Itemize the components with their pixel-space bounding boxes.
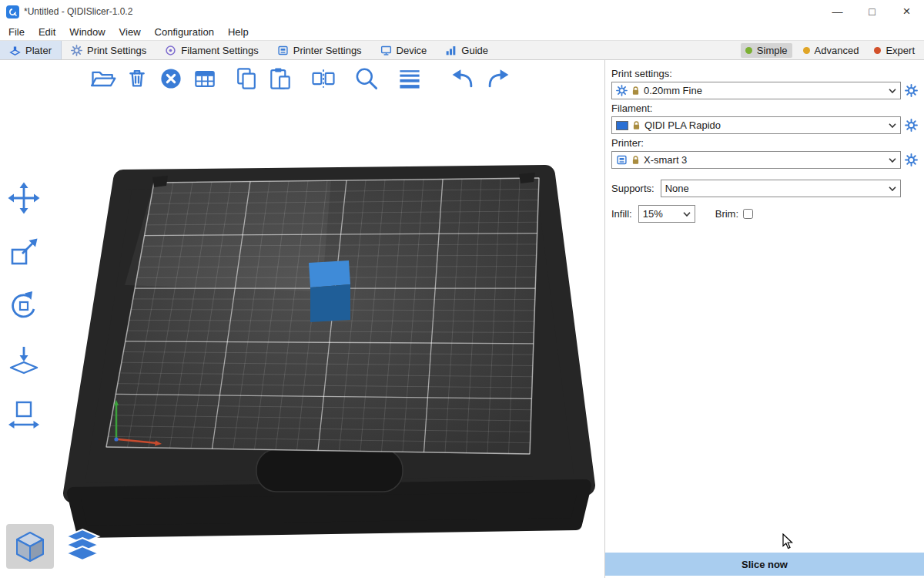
- slice-now-button[interactable]: Slice now: [605, 553, 924, 576]
- menu-view[interactable]: View: [112, 26, 148, 38]
- chevron-down-icon: [683, 212, 691, 217]
- brim-label: Brim:: [715, 208, 738, 220]
- filament-combo[interactable]: QIDI PLA Rapido: [611, 116, 901, 134]
- arrange-button[interactable]: [191, 65, 219, 92]
- infill-value: 15%: [643, 208, 663, 220]
- filament-label: Filament:: [611, 102, 918, 114]
- open-file-button[interactable]: [89, 65, 117, 92]
- window-title: *Untitled - QIDISlicer-1.0.2: [24, 6, 132, 17]
- filament-value: QIDI PLA Rapido: [644, 119, 721, 131]
- split-objects-button[interactable]: [310, 65, 337, 92]
- paste-button[interactable]: [266, 65, 294, 92]
- gizmo-toolbar: [6, 180, 42, 432]
- tab-label: Filament Settings: [181, 45, 258, 56]
- brim-checkbox[interactable]: [743, 209, 753, 219]
- variable-layer-height-button[interactable]: [396, 65, 424, 92]
- tab-printer-settings[interactable]: Printer Settings: [268, 41, 371, 59]
- rotate-tool-button[interactable]: [6, 288, 42, 324]
- print-settings-label: Print settings:: [611, 68, 918, 79]
- copy-button[interactable]: [233, 65, 260, 92]
- mode-advanced[interactable]: Advanced: [798, 43, 864, 58]
- infill-combo[interactable]: 15%: [638, 205, 695, 223]
- settings-sidebar: Print settings: 0.20mm Fine Filament: QI…: [604, 60, 924, 578]
- menu-help[interactable]: Help: [221, 26, 256, 38]
- advanced-mode-dot-icon: [803, 47, 810, 54]
- printer-label: Printer:: [611, 137, 918, 149]
- model-object-cube[interactable]: [309, 260, 350, 322]
- expert-mode-dot-icon: [874, 47, 881, 54]
- simple-mode-dot-icon: [745, 47, 752, 54]
- chevron-down-icon: [889, 123, 896, 128]
- 3d-viewport[interactable]: [0, 60, 604, 578]
- redo-button[interactable]: [484, 65, 511, 92]
- chevron-down-icon: [889, 187, 896, 191]
- mode-label: Expert: [886, 45, 915, 56]
- app-window: *Untitled - QIDISlicer-1.0.2 — □ × File …: [0, 0, 924, 578]
- menu-bar: File Edit Window View Configuration Help: [0, 23, 924, 40]
- tab-label: Guide: [461, 45, 488, 56]
- lock-icon: [632, 120, 641, 130]
- bed-clip-right: [519, 173, 535, 183]
- move-tool-button[interactable]: [6, 180, 42, 216]
- supports-label: Supports:: [611, 183, 654, 194]
- tab-guide[interactable]: Guide: [436, 41, 497, 59]
- lock-icon: [631, 155, 640, 165]
- filament-gear-button[interactable]: [901, 119, 918, 132]
- tab-filament-settings[interactable]: Filament Settings: [156, 41, 267, 59]
- print-settings-gear-button[interactable]: [901, 84, 918, 97]
- tab-plater[interactable]: Plater: [0, 41, 62, 59]
- app-logo-icon: [6, 5, 19, 18]
- delete-button[interactable]: [123, 65, 151, 92]
- preview-view-button[interactable]: [59, 524, 106, 569]
- printer-icon: [616, 154, 628, 166]
- supports-value: None: [665, 183, 689, 194]
- bed-clip-left: [152, 176, 168, 187]
- mode-expert[interactable]: Expert: [869, 43, 919, 58]
- lock-icon: [631, 86, 640, 96]
- title-bar: *Untitled - QIDISlicer-1.0.2 — □ ×: [0, 0, 924, 23]
- chevron-down-icon: [889, 89, 896, 93]
- minimize-button[interactable]: —: [820, 0, 855, 23]
- print-profile-gear-icon: [616, 85, 628, 96]
- undo-button[interactable]: [450, 65, 477, 92]
- mode-label: Simple: [757, 45, 788, 56]
- printer-value: X-smart 3: [644, 154, 687, 166]
- tab-label: Printer Settings: [293, 45, 362, 56]
- maximize-button[interactable]: □: [855, 0, 889, 23]
- search-button[interactable]: [353, 65, 380, 92]
- menu-edit[interactable]: Edit: [32, 26, 62, 38]
- mode-switcher: Simple Advanced Expert: [741, 41, 924, 59]
- tab-device[interactable]: Device: [371, 41, 437, 59]
- menu-window[interactable]: Window: [62, 26, 112, 38]
- mirror-tool-button[interactable]: [6, 396, 42, 432]
- mouse-cursor-icon: [782, 533, 793, 550]
- print-settings-combo[interactable]: 0.20mm Fine: [611, 82, 901, 99]
- plater-toolbar: [89, 65, 511, 92]
- tab-bar: Plater Print Settings Filament Settings …: [0, 40, 924, 60]
- 3d-scene[interactable]: [0, 60, 604, 578]
- chevron-down-icon: [889, 158, 896, 163]
- tab-label: Plater: [25, 45, 52, 56]
- view-switcher: [6, 524, 106, 569]
- scale-tool-button[interactable]: [6, 234, 42, 270]
- place-on-face-tool-button[interactable]: [6, 342, 42, 378]
- editor-view-button[interactable]: [6, 524, 54, 569]
- mode-simple[interactable]: Simple: [741, 43, 792, 58]
- supports-combo[interactable]: None: [661, 180, 901, 197]
- menu-configuration[interactable]: Configuration: [148, 26, 221, 38]
- infill-label: Infill:: [611, 208, 632, 220]
- mode-label: Advanced: [815, 45, 859, 56]
- filament-color-swatch: [616, 121, 628, 130]
- printer-gear-button[interactable]: [901, 153, 918, 166]
- print-settings-value: 0.20mm Fine: [644, 85, 702, 96]
- close-button[interactable]: ×: [889, 0, 924, 23]
- tab-print-settings[interactable]: Print Settings: [62, 41, 156, 59]
- menu-file[interactable]: File: [2, 26, 32, 38]
- printer-combo[interactable]: X-smart 3: [611, 151, 901, 169]
- tab-label: Print Settings: [87, 45, 146, 56]
- handle-recess: [256, 449, 403, 492]
- tab-label: Device: [397, 45, 427, 56]
- delete-all-button[interactable]: [157, 65, 185, 92]
